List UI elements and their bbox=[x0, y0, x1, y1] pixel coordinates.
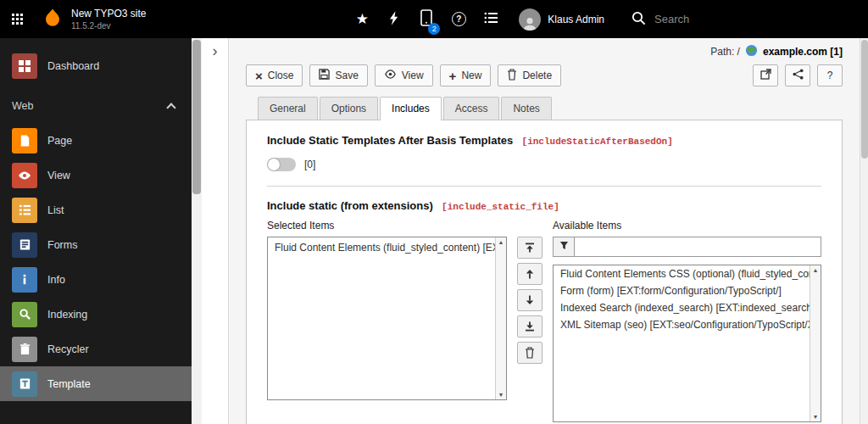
field-code: [includeStaticAfterBasedOn] bbox=[522, 137, 673, 147]
help-button[interactable]: ? bbox=[817, 64, 843, 86]
sidebar-item-template[interactable]: Template bbox=[0, 366, 192, 401]
bookmark-button[interactable]: ★ bbox=[346, 0, 378, 38]
workspace-preview-button[interactable]: 2 bbox=[410, 0, 442, 38]
topbar: New TYPO3 site 11.5.2-dev ★ 2 ? bbox=[0, 0, 868, 38]
eye-icon bbox=[384, 70, 397, 81]
globe-icon bbox=[745, 44, 758, 59]
tab-includes[interactable]: Includes bbox=[380, 97, 442, 120]
brand[interactable]: New TYPO3 site 11.5.2-dev bbox=[34, 0, 154, 38]
main-area: Dashboard Web Page View bbox=[0, 38, 868, 424]
scroll-down-icon[interactable]: ▼ bbox=[498, 392, 504, 398]
info-icon bbox=[12, 267, 37, 293]
include-static-section: Include static (from extensions) [includ… bbox=[267, 199, 821, 422]
save-button[interactable]: Save bbox=[309, 64, 367, 86]
close-label: Close bbox=[268, 70, 294, 81]
sidebar-item-forms[interactable]: Forms bbox=[0, 227, 192, 262]
user-name: Klaus Admin bbox=[548, 14, 604, 25]
new-button[interactable]: + New bbox=[440, 64, 492, 86]
toggle-knob bbox=[268, 159, 280, 170]
search-input[interactable] bbox=[654, 13, 832, 25]
toggle-row: [0] bbox=[267, 158, 821, 171]
tab-notes[interactable]: Notes bbox=[501, 97, 551, 120]
selected-items-column: Selected Items Fluid Content Elements (f… bbox=[267, 220, 507, 400]
delete-label: Delete bbox=[522, 70, 552, 81]
apps-grid-icon[interactable] bbox=[0, 0, 34, 38]
magnifier-icon bbox=[12, 302, 37, 327]
list-icon bbox=[484, 12, 498, 26]
share-button[interactable] bbox=[785, 64, 810, 86]
new-window-icon bbox=[760, 69, 771, 82]
scrollbar-thumb[interactable] bbox=[192, 40, 201, 194]
module-menu-scrollbar[interactable] bbox=[192, 38, 202, 424]
module-menu: Dashboard Web Page View bbox=[0, 38, 192, 424]
selected-items-listbox[interactable]: Fluid Content Elements (fluid_styled_con… bbox=[267, 237, 507, 400]
sidebar-item-label: Template bbox=[47, 378, 91, 390]
tab-options[interactable]: Options bbox=[320, 97, 378, 120]
tab-access[interactable]: Access bbox=[443, 97, 500, 120]
view-button[interactable]: View bbox=[375, 64, 433, 86]
page-reference: example.com [1] bbox=[763, 46, 843, 58]
sidebar-item-page[interactable]: Page bbox=[0, 123, 192, 158]
list-item[interactable]: Fluid Content Elements CSS (optional) (f… bbox=[554, 265, 821, 282]
grid-dots bbox=[12, 14, 23, 25]
scroll-up-icon[interactable]: ▲ bbox=[498, 239, 504, 245]
listbox-scrollbar[interactable]: ▲ ▼ bbox=[495, 237, 506, 399]
move-to-bottom-button[interactable] bbox=[517, 315, 542, 338]
funnel-icon bbox=[559, 241, 569, 253]
move-down-button[interactable] bbox=[517, 289, 542, 311]
static-after-section: Include Static Templates After Basis Tem… bbox=[267, 134, 821, 171]
toggle-switch[interactable] bbox=[267, 158, 296, 171]
list-item[interactable]: Form (form) [EXT:form/Configuration/Typo… bbox=[554, 282, 821, 299]
move-up-button[interactable] bbox=[517, 263, 542, 285]
scroll-up-icon[interactable]: ▲ bbox=[813, 267, 819, 273]
list-module-icon bbox=[12, 198, 37, 223]
sidebar-item-label: Info bbox=[47, 274, 65, 286]
docheader: Path: / example.com [1] × Close bbox=[229, 38, 860, 90]
sidebar-item-label: Dashboard bbox=[47, 60, 99, 72]
close-button[interactable]: × Close bbox=[246, 64, 303, 86]
list-item[interactable]: XML Sitemap (seo) [EXT:seo/Configuration… bbox=[554, 316, 821, 333]
filter-input[interactable] bbox=[575, 237, 821, 257]
selected-items-label: Selected Items bbox=[267, 220, 507, 232]
listbox-scrollbar[interactable]: ▲ ▼ bbox=[810, 265, 821, 421]
list-item[interactable]: Fluid Content Elements (fluid_styled_con… bbox=[268, 237, 506, 258]
remove-item-button[interactable] bbox=[517, 342, 542, 364]
tab-general[interactable]: General bbox=[258, 97, 318, 120]
available-items-listbox[interactable]: Fluid Content Elements CSS (optional) (f… bbox=[553, 265, 821, 422]
systeminfo-button[interactable] bbox=[475, 0, 507, 38]
available-items-label: Available Items bbox=[553, 220, 821, 232]
topbar-spacer bbox=[154, 0, 346, 38]
sidebar-item-dashboard[interactable]: Dashboard bbox=[0, 48, 192, 83]
bolt-icon bbox=[389, 11, 400, 28]
move-to-top-button[interactable] bbox=[517, 237, 542, 259]
delete-button[interactable]: Delete bbox=[498, 64, 561, 86]
expand-navigation-button[interactable]: › bbox=[213, 43, 218, 59]
sidebar-item-indexing[interactable]: Indexing bbox=[0, 297, 192, 332]
sidebar-item-recycler[interactable]: Recycler bbox=[0, 332, 192, 366]
avatar bbox=[519, 8, 541, 31]
filter-button[interactable] bbox=[553, 237, 575, 257]
content-area: Path: / example.com [1] × Close bbox=[229, 38, 860, 424]
scroll-down-icon[interactable]: ▼ bbox=[813, 414, 819, 420]
main-scrollbar[interactable] bbox=[860, 38, 868, 424]
breadcrumb: Path: / example.com [1] bbox=[246, 42, 843, 61]
search-icon bbox=[632, 11, 646, 28]
help-menu-button[interactable]: ? bbox=[442, 0, 475, 38]
sidebar-item-view[interactable]: View bbox=[0, 158, 192, 192]
sidebar-section-web[interactable]: Web bbox=[0, 88, 192, 123]
section-title: Include static (from extensions) bbox=[267, 199, 433, 212]
user-menu-button[interactable]: Klaus Admin bbox=[507, 0, 616, 38]
dashboard-icon bbox=[12, 53, 37, 79]
scrollbar-thumb[interactable] bbox=[861, 40, 868, 159]
navigation-expand-strip: › bbox=[202, 38, 229, 424]
docheader-buttons: × Close Save View bbox=[246, 61, 843, 90]
list-item[interactable]: Indexed Search (indexed_search) [EXT:ind… bbox=[554, 299, 821, 316]
sidebar-item-list[interactable]: List bbox=[0, 192, 192, 227]
open-in-new-window-button[interactable] bbox=[753, 64, 778, 86]
section-title: Include Static Templates After Basis Tem… bbox=[267, 134, 513, 147]
sidebar-item-info[interactable]: Info bbox=[0, 262, 192, 297]
field-code: [include_static_file] bbox=[442, 202, 559, 212]
clear-cache-button[interactable] bbox=[378, 0, 410, 38]
save-label: Save bbox=[335, 70, 358, 81]
eye-icon bbox=[12, 163, 37, 188]
